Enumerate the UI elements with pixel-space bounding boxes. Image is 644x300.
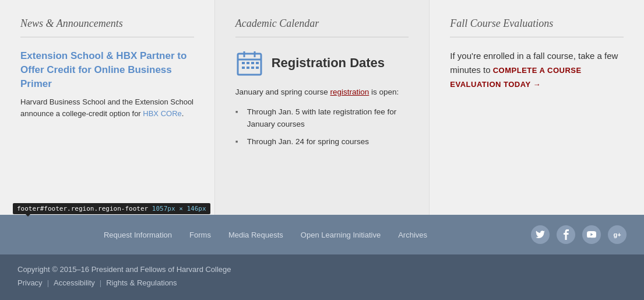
footer-nav-links: Request Information Forms Media Requests… <box>0 231 531 239</box>
reg-list-item: Through Jan. 5 with late registration fe… <box>235 106 409 130</box>
footer-nav-archives[interactable]: Archives <box>398 231 427 239</box>
eval-divider <box>450 37 624 37</box>
eval-panel-title: Fall Course Evaluations <box>450 18 624 30</box>
footer-nav: Request Information Forms Media Requests… <box>0 215 644 254</box>
svg-rect-9 <box>247 67 249 69</box>
dev-tooltip-dimensions: 1057px × 146px <box>152 205 206 212</box>
youtube-icon[interactable] <box>582 225 601 244</box>
calendar-panel-title: Academic Calendar <box>235 18 409 30</box>
reg-dates-title: Registration Dates <box>272 55 385 71</box>
footer-nav-media[interactable]: Media Requests <box>228 231 283 239</box>
news-body: Harvard Business School and the Extensio… <box>20 96 194 119</box>
reg-intro-text: January and spring course <box>235 88 330 96</box>
footer-nav-forms[interactable]: Forms <box>189 231 211 239</box>
twitter-icon[interactable] <box>531 225 550 244</box>
evaluations-panel: Fall Course Evaluations If you're enroll… <box>430 0 644 215</box>
svg-rect-5 <box>247 62 249 64</box>
footer-separator-2: | <box>100 278 101 287</box>
news-panel: News & Announcements Extension School & … <box>0 0 214 215</box>
footer-bottom: Copyright © 2015–16 President and Fellow… <box>0 254 644 300</box>
news-headline[interactable]: Extension School & HBX Partner to Offer … <box>20 49 194 90</box>
facebook-icon[interactable] <box>557 225 575 244</box>
footer-separator-1: | <box>47 278 49 287</box>
reg-list-item: Through Jan. 24 for spring courses <box>235 136 409 148</box>
news-panel-title: News & Announcements <box>20 18 194 30</box>
svg-rect-8 <box>242 67 245 69</box>
footer-accessibility-link[interactable]: Accessibility <box>54 278 95 287</box>
google-plus-icon[interactable]: g+ <box>608 225 627 244</box>
footer-social: g+ <box>531 225 644 244</box>
news-body-text2: . <box>182 109 184 118</box>
reg-intro-rest: is open: <box>369 88 399 96</box>
calendar-panel: Academic Calendar Registration Dates Jan… <box>214 0 430 215</box>
footer-links: Privacy | Accessibility | Rights & Regul… <box>17 278 627 287</box>
news-divider <box>20 37 194 37</box>
reg-link[interactable]: registration <box>330 88 369 96</box>
footer-privacy-link[interactable]: Privacy <box>17 278 43 287</box>
dev-tooltip: footer#footer.region.region-footer 1057p… <box>13 203 210 214</box>
svg-rect-4 <box>242 62 245 64</box>
svg-rect-11 <box>256 67 259 69</box>
reg-dates-body: January and spring course registration i… <box>235 86 409 98</box>
dev-tooltip-arrow <box>24 213 31 217</box>
reg-list: Through Jan. 5 with late registration fe… <box>235 106 409 148</box>
svg-rect-6 <box>251 62 254 64</box>
footer-copyright: Copyright © 2015–16 President and Fellow… <box>17 265 627 274</box>
footer-rights-link[interactable]: Rights & Regulations <box>106 278 177 287</box>
calendar-divider <box>235 37 409 37</box>
dev-tooltip-selector: footer#footer.region.region-footer <box>17 205 148 212</box>
eval-body: If you're enrolled in a fall course, tak… <box>450 49 624 91</box>
calendar-icon <box>235 49 263 77</box>
reg-dates-header: Registration Dates <box>235 49 409 77</box>
main-content: News & Announcements Extension School & … <box>0 0 644 215</box>
footer-nav-oli[interactable]: Open Learning Initiative <box>301 231 381 239</box>
news-hbx-link[interactable]: HBX CORe <box>143 109 181 118</box>
footer-nav-request-info[interactable]: Request Information <box>104 231 172 239</box>
svg-rect-7 <box>256 62 259 64</box>
svg-rect-10 <box>251 67 254 69</box>
